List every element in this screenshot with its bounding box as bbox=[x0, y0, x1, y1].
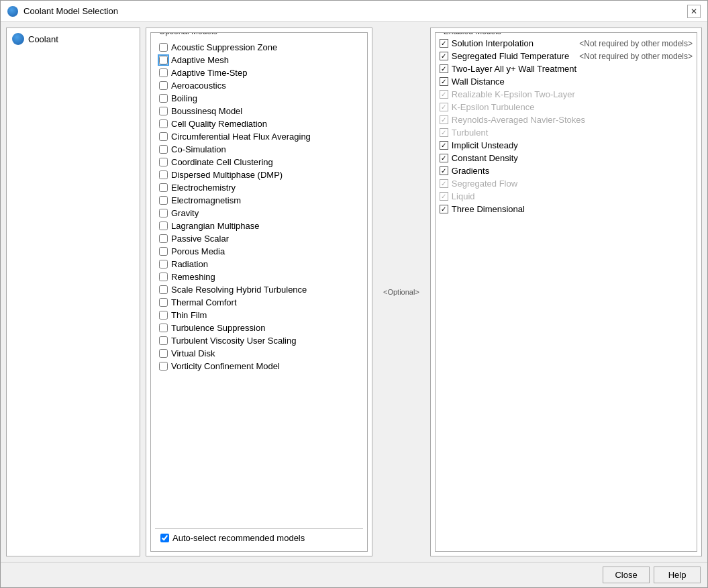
optional-checkbox-radiation[interactable] bbox=[159, 260, 168, 268]
optional-label-boussinesq: Boussinesq Model bbox=[171, 106, 242, 116]
optional-checkbox-co_simulation[interactable] bbox=[159, 145, 168, 154]
optional-item[interactable]: Turbulent Viscosity User Scaling bbox=[159, 334, 359, 347]
optional-models-list: Acoustic Suppression ZoneAdaptive MeshAd… bbox=[155, 37, 363, 528]
optional-label-coordinate_cell: Coordinate Cell Clustering bbox=[171, 157, 273, 167]
optional-checkbox-turbulent_viscosity[interactable] bbox=[159, 336, 168, 345]
optional-item[interactable]: Electromagnetism bbox=[159, 194, 359, 207]
optional-item[interactable]: Boiling bbox=[159, 92, 359, 105]
optional-item[interactable]: Electrochemistry bbox=[159, 181, 359, 194]
enabled-item-constant_density: Constant Density bbox=[440, 152, 693, 164]
enabled-check-icon-segregated_flow bbox=[440, 179, 448, 188]
optional-checkbox-cell_quality[interactable] bbox=[159, 119, 168, 128]
auto-select-label[interactable]: Auto-select recommended models bbox=[172, 533, 305, 543]
optional-checkbox-thin_film[interactable] bbox=[159, 311, 168, 320]
close-window-button[interactable]: ✕ bbox=[687, 5, 701, 18]
enabled-item-implicit_unsteady: Implicit Unsteady bbox=[440, 139, 693, 152]
enabled-label-gradients: Gradients bbox=[452, 166, 489, 176]
optional-item[interactable]: Remeshing bbox=[159, 271, 359, 283]
optional-models-box: Optional Models Acoustic Suppression Zon… bbox=[150, 32, 368, 552]
optional-checkbox-virtual_disk[interactable] bbox=[159, 349, 168, 358]
optional-checkbox-scale_resolving[interactable] bbox=[159, 285, 168, 294]
optional-label-gravity: Gravity bbox=[171, 208, 199, 218]
optional-item[interactable]: Aeroacoustics bbox=[159, 79, 359, 92]
optional-checkbox-boiling[interactable] bbox=[159, 94, 168, 103]
optional-checkbox-aeroacoustics[interactable] bbox=[159, 81, 168, 90]
optional-item[interactable]: Passive Scalar bbox=[159, 232, 359, 245]
optional-checkbox-coordinate_cell[interactable] bbox=[159, 158, 168, 166]
optional-item[interactable]: Radiation bbox=[159, 258, 359, 271]
optional-label-lagrangian: Lagrangian Multiphase bbox=[171, 221, 260, 231]
enabled-check-icon-two_layer bbox=[440, 64, 448, 73]
optional-label-electrochemistry: Electrochemistry bbox=[171, 183, 236, 193]
optional-item[interactable]: Vorticity Confinement Model bbox=[159, 360, 359, 373]
optional-label-passive_scalar: Passive Scalar bbox=[171, 234, 229, 244]
optional-checkbox-electromagnetism[interactable] bbox=[159, 196, 168, 205]
optional-item[interactable]: Coordinate Cell Clustering bbox=[159, 156, 359, 168]
optional-label-virtual_disk: Virtual Disk bbox=[171, 348, 215, 358]
optional-item[interactable]: Adaptive Mesh bbox=[159, 54, 359, 66]
help-button[interactable]: Help bbox=[654, 567, 701, 583]
enabled-note-segregated_fluid: <Not required by other models> bbox=[579, 52, 693, 61]
optional-checkbox-passive_scalar[interactable] bbox=[159, 234, 168, 243]
enabled-check-icon-realizable_k bbox=[440, 90, 448, 99]
enabled-label-solution_interp: Solution Interpolation bbox=[452, 38, 534, 48]
optional-checkbox-vorticity[interactable] bbox=[159, 362, 168, 371]
optional-checkbox-gravity[interactable] bbox=[159, 209, 168, 217]
optional-item[interactable]: Gravity bbox=[159, 207, 359, 219]
optional-item[interactable]: Acoustic Suppression Zone bbox=[159, 41, 359, 54]
optional-label-turbulent_viscosity: Turbulent Viscosity User Scaling bbox=[171, 336, 296, 346]
optional-checkbox-dispersed[interactable] bbox=[159, 170, 168, 179]
close-button[interactable]: Close bbox=[603, 567, 650, 583]
optional-checkbox-boussinesq[interactable] bbox=[159, 107, 168, 115]
enabled-label-two_layer: Two-Layer All y+ Wall Treatment bbox=[452, 64, 576, 74]
optional-item[interactable]: Co-Simulation bbox=[159, 143, 359, 156]
enabled-item-segregated_flow: Segregated Flow bbox=[440, 177, 693, 190]
optional-label-remeshing: Remeshing bbox=[171, 272, 215, 282]
optional-item[interactable]: Scale Resolving Hybrid Turbulence bbox=[159, 283, 359, 296]
left-panel: Coolant bbox=[6, 28, 140, 556]
optional-item[interactable]: Lagrangian Multiphase bbox=[159, 219, 359, 232]
optional-checkbox-acoustic[interactable] bbox=[159, 43, 168, 52]
optional-label-aeroacoustics: Aeroacoustics bbox=[171, 81, 226, 91]
optional-checkbox-porous_media[interactable] bbox=[159, 247, 168, 256]
optional-checkbox-electrochemistry[interactable] bbox=[159, 183, 168, 192]
enabled-check-icon-solution_interp bbox=[440, 39, 448, 48]
enabled-item-turbulent: Turbulent bbox=[440, 126, 693, 139]
optional-label-co_simulation: Co-Simulation bbox=[171, 144, 226, 154]
optional-checkbox-adaptive_time[interactable] bbox=[159, 68, 168, 77]
enabled-models-legend: Enabled Models bbox=[441, 32, 504, 36]
enabled-item-segregated_fluid: Segregated Fluid Temperature<Not require… bbox=[440, 50, 693, 62]
optional-checkbox-thermal_comfort[interactable] bbox=[159, 298, 168, 307]
optional-item[interactable]: Thermal Comfort bbox=[159, 296, 359, 309]
enabled-item-gradients: Gradients bbox=[440, 164, 693, 177]
enabled-models-box: Enabled Models Solution Interpolation<No… bbox=[435, 32, 697, 552]
auto-select-checkbox[interactable] bbox=[160, 534, 169, 542]
enabled-item-three_dimensional: Three Dimensional bbox=[440, 203, 693, 215]
enabled-item-realizable_k: Realizable K-Epsilon Two-Layer bbox=[440, 88, 693, 101]
enabled-item-k_epsilon: K-Epsilon Turbulence bbox=[440, 101, 693, 113]
optional-checkbox-circumferential[interactable] bbox=[159, 132, 168, 141]
app-icon bbox=[7, 6, 18, 17]
transfer-label: <Optional> bbox=[383, 288, 419, 296]
enabled-check-icon-turbulent bbox=[440, 128, 448, 137]
optional-item[interactable]: Virtual Disk bbox=[159, 347, 359, 360]
optional-label-boiling: Boiling bbox=[171, 93, 197, 103]
enabled-models-list: Solution Interpolation<Not required by o… bbox=[440, 37, 693, 215]
optional-item[interactable]: Cell Quality Remediation bbox=[159, 117, 359, 130]
optional-checkbox-turbulence_suppression[interactable] bbox=[159, 324, 168, 332]
optional-item[interactable]: Circumferential Heat Flux Averaging bbox=[159, 130, 359, 143]
right-panel: Enabled Models Solution Interpolation<No… bbox=[430, 28, 702, 556]
optional-item[interactable]: Porous Media bbox=[159, 245, 359, 258]
enabled-label-implicit_unsteady: Implicit Unsteady bbox=[452, 140, 518, 150]
optional-checkbox-adaptive_mesh[interactable] bbox=[159, 56, 168, 64]
optional-item[interactable]: Adaptive Time-Step bbox=[159, 66, 359, 79]
optional-label-adaptive_mesh: Adaptive Mesh bbox=[171, 55, 229, 65]
optional-checkbox-lagrangian[interactable] bbox=[159, 222, 168, 230]
enabled-check-icon-wall_distance bbox=[440, 77, 448, 86]
optional-checkbox-remeshing[interactable] bbox=[159, 273, 168, 281]
optional-item[interactable]: Thin Film bbox=[159, 309, 359, 322]
optional-item[interactable]: Dispersed Multiphase (DMP) bbox=[159, 168, 359, 181]
optional-item[interactable]: Turbulence Suppression bbox=[159, 322, 359, 334]
coolant-item[interactable]: Coolant bbox=[9, 31, 137, 47]
optional-item[interactable]: Boussinesq Model bbox=[159, 105, 359, 117]
